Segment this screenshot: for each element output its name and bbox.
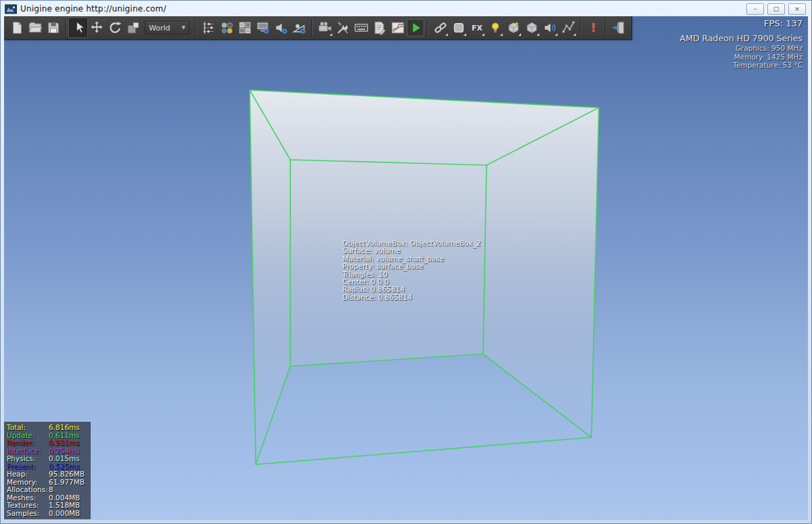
object-info-line: Distance: 0.865814 [342, 294, 480, 301]
perf-value: 0.015ms [49, 455, 80, 463]
object-info-overlay: ObjectVolumeBox: ObjectVolumeBox_2Surfac… [342, 240, 480, 301]
keyboard-button[interactable] [352, 18, 370, 37]
sound-source-icon [543, 20, 558, 35]
fx-icon: FX [470, 20, 484, 35]
exit-button[interactable] [609, 18, 627, 37]
sound-source-button[interactable] [541, 18, 559, 37]
perf-label: Textures: [7, 502, 49, 510]
video-grabber-icon [317, 20, 332, 35]
close-button[interactable]: × [788, 3, 806, 15]
node-tracker-button[interactable] [199, 18, 217, 37]
save-file-icon [46, 20, 61, 35]
scale-tool-icon [126, 20, 141, 35]
decal-icon [451, 20, 466, 35]
viewport-3d[interactable]: World▼FX! FPS: 137 AMD Radeon HD 7900 Se… [4, 16, 808, 520]
select-tool-button[interactable] [69, 18, 87, 37]
sound-settings-icon [274, 20, 289, 35]
warning-button[interactable]: ! [584, 18, 602, 37]
performance-panel: Total:6.816msUpdate:0.611msRender:0.931m… [4, 422, 91, 519]
perf-value: 8 [49, 486, 53, 494]
perf-row: Heap:95.826MB [7, 471, 89, 479]
tools-icon [336, 20, 351, 35]
svg-text:FX: FX [472, 24, 483, 32]
svg-text:!: ! [591, 21, 596, 35]
perf-value: 6.816ms [49, 424, 80, 432]
perf-value: 0.931ms [49, 439, 80, 447]
perf-row: Allocations:8 [7, 486, 89, 494]
node-link-button[interactable] [431, 18, 449, 37]
play-icon [408, 20, 423, 35]
physics-settings-button[interactable] [290, 18, 309, 37]
profiler-icon [390, 20, 405, 35]
perf-value: 0.000MB [49, 510, 80, 518]
gpu-stat-line: Memory: 1425 MHz [680, 53, 803, 62]
nodes-icon [219, 20, 234, 35]
fx-button[interactable]: FX [468, 18, 486, 37]
perf-label: Total: [7, 424, 49, 432]
node-tracker-icon [201, 20, 216, 35]
maximize-button[interactable]: □ [767, 3, 785, 15]
move-tool-button[interactable] [87, 18, 106, 37]
titlebar[interactable]: Unigine engine http://unigine.com/ – □ × [1, 1, 811, 16]
mesh-button[interactable] [504, 18, 522, 37]
exit-icon [611, 20, 626, 35]
open-file-button[interactable] [26, 18, 44, 37]
perf-label: Samples: [7, 510, 49, 518]
gpu-stat-line: Graphics: 950 MHz [680, 44, 803, 53]
scripts-button[interactable] [370, 18, 388, 37]
save-file-button[interactable] [44, 18, 62, 37]
world-dropdown[interactable]: World▼ [145, 21, 189, 35]
physics-settings-icon [292, 20, 307, 35]
perf-value: 95.826MB [49, 471, 85, 479]
rotate-tool-button[interactable] [106, 18, 124, 37]
sound-settings-button[interactable] [272, 18, 290, 37]
perf-label: Physics: [7, 455, 49, 463]
perf-label: Heap: [7, 471, 49, 479]
perf-value: 61.977MB [49, 479, 85, 487]
volume-button[interactable] [522, 18, 541, 37]
hud-stats: FPS: 137 AMD Radeon HD 7900 Series Graph… [680, 18, 803, 70]
minimize-button[interactable]: – [746, 3, 764, 15]
perf-row: Total:6.816ms [7, 424, 89, 432]
fps-counter: FPS: 137 [680, 18, 803, 28]
window-title: Unigine engine http://unigine.com/ [20, 4, 166, 14]
decal-button[interactable] [449, 18, 468, 37]
video-grabber-button[interactable] [315, 18, 334, 37]
nodes-button[interactable] [217, 18, 235, 37]
perf-label: Allocations: [7, 486, 49, 494]
path-icon [561, 20, 576, 35]
mesh-icon [506, 20, 521, 35]
play-button[interactable] [407, 19, 424, 37]
new-file-icon [9, 20, 24, 35]
gpu-stat-line: Temperature: 53 °C [680, 61, 803, 70]
materials-button[interactable] [235, 18, 254, 37]
object-info-line: Property: surface_base [342, 263, 480, 270]
app-icon [5, 4, 17, 14]
profiler-button[interactable] [388, 18, 407, 37]
world-dropdown-value: World [149, 24, 171, 32]
scripts-icon [372, 20, 387, 35]
light-icon [488, 20, 503, 35]
toolbar: World▼FX! [4, 16, 632, 40]
chevron-down-icon: ▼ [182, 25, 185, 30]
new-file-button[interactable] [7, 18, 26, 37]
perf-row: Render:0.931ms [7, 439, 89, 447]
move-tool-icon [89, 20, 104, 35]
perf-row: Samples:0.000MB [7, 510, 89, 518]
path-button[interactable] [559, 18, 577, 37]
toolbar-separator [427, 19, 428, 37]
perf-label: Render: [7, 439, 49, 447]
volume-icon [524, 20, 539, 35]
open-file-icon [28, 20, 43, 35]
perf-value: 1.518MB [49, 502, 80, 510]
select-tool-icon [71, 20, 86, 35]
light-button[interactable] [486, 18, 504, 37]
render-settings-icon [256, 20, 271, 35]
tools-button[interactable] [334, 18, 352, 37]
render-settings-button[interactable] [254, 18, 272, 37]
rotate-tool-icon [108, 20, 122, 35]
perf-row: Textures:1.518MB [7, 502, 89, 510]
toolbar-separator [65, 19, 66, 37]
scale-tool-button[interactable] [124, 18, 142, 37]
window-controls: – □ × [746, 3, 806, 15]
